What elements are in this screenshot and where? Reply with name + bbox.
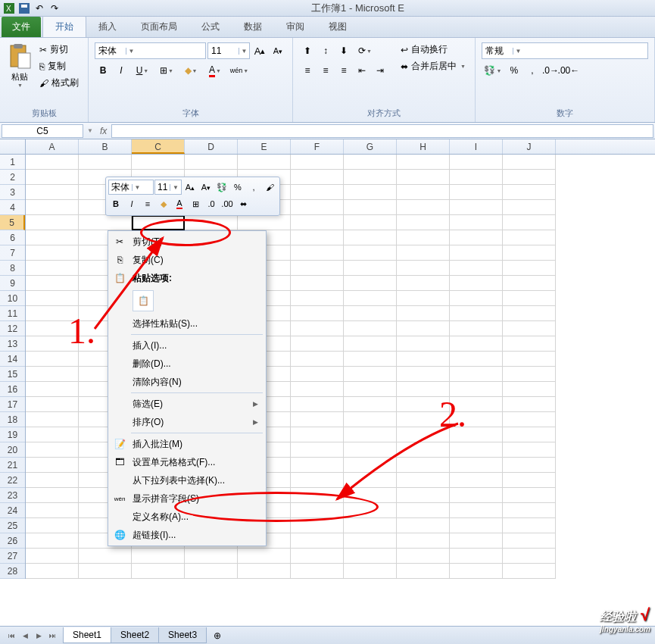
mini-comma-icon[interactable]: , <box>246 180 261 195</box>
cell-F9[interactable] <box>291 276 344 291</box>
cell-A15[interactable] <box>26 367 79 382</box>
cell-H3[interactable] <box>397 185 450 200</box>
cell-G20[interactable] <box>344 442 397 458</box>
next-sheet-icon[interactable]: ▶ <box>32 629 45 642</box>
menu-filter[interactable]: 筛选(E)▶ <box>110 395 264 413</box>
align-left-icon[interactable]: ≡ <box>299 62 316 79</box>
mini-font-combo[interactable]: 宋体▼ <box>108 180 154 195</box>
align-center-icon[interactable]: ≡ <box>317 62 334 79</box>
col-header-G[interactable]: G <box>344 139 397 154</box>
cell-A2[interactable] <box>26 170 79 185</box>
cut-button[interactable]: ✂剪切 <box>38 42 80 57</box>
cell-C1[interactable] <box>132 155 185 170</box>
cell-I15[interactable] <box>450 367 503 382</box>
cell-J3[interactable] <box>503 185 556 200</box>
cell-H27[interactable] <box>397 549 450 564</box>
row-header-11[interactable]: 11 <box>0 306 25 321</box>
cell-H8[interactable] <box>397 261 450 276</box>
cell-A8[interactable] <box>26 261 79 276</box>
select-all-corner[interactable] <box>0 139 26 154</box>
increase-font-icon[interactable]: A▴ <box>251 42 268 59</box>
mini-inc-decimal[interactable]: .0 <box>204 196 219 211</box>
col-header-I[interactable]: I <box>450 139 503 154</box>
cell-J8[interactable] <box>503 261 556 276</box>
cell-J16[interactable] <box>503 382 556 397</box>
cell-J10[interactable] <box>503 291 556 306</box>
row-header-7[interactable]: 7 <box>0 245 25 261</box>
mini-fill-color[interactable]: ◆ <box>156 196 171 211</box>
tab-review[interactable]: 审阅 <box>274 17 317 37</box>
cell-J12[interactable] <box>503 321 556 336</box>
merge-center-button[interactable]: ⬌合并后居中▼ <box>399 59 467 73</box>
cell-H14[interactable] <box>397 352 450 367</box>
cell-J1[interactable] <box>503 155 556 170</box>
menu-clear[interactable]: 清除内容(N) <box>110 373 264 391</box>
save-icon[interactable] <box>18 2 30 14</box>
row-header-26[interactable]: 26 <box>0 533 25 549</box>
cell-F4[interactable] <box>291 200 344 215</box>
font-size-combo[interactable]: 11▼ <box>207 42 250 59</box>
cell-J26[interactable] <box>503 533 556 549</box>
cell-I16[interactable] <box>450 382 503 397</box>
cell-I8[interactable] <box>450 261 503 276</box>
cell-J5[interactable] <box>503 215 556 230</box>
cell-I26[interactable] <box>450 533 503 549</box>
increase-indent-icon[interactable]: ⇥ <box>372 62 388 79</box>
row-header-1[interactable]: 1 <box>0 155 25 170</box>
col-header-B[interactable]: B <box>79 139 132 154</box>
cell-A9[interactable] <box>26 276 79 291</box>
menu-format-cells[interactable]: 🗔设置单元格格式(F)... <box>110 453 264 471</box>
cell-C27[interactable] <box>132 549 185 564</box>
underline-button[interactable]: U▼ <box>131 62 154 79</box>
cell-J19[interactable] <box>503 427 556 442</box>
cell-F5[interactable] <box>291 215 344 230</box>
menu-sort[interactable]: 排序(O)▶ <box>110 413 264 431</box>
align-middle-icon[interactable]: ↕ <box>317 42 334 59</box>
row-header-14[interactable]: 14 <box>0 352 25 367</box>
mini-italic[interactable]: I <box>124 196 139 211</box>
mini-accounting-icon[interactable]: 💱 <box>214 180 229 195</box>
cell-I17[interactable] <box>450 397 503 412</box>
cell-A23[interactable] <box>26 488 79 503</box>
cell-G27[interactable] <box>344 549 397 564</box>
prev-sheet-icon[interactable]: ◀ <box>18 629 32 642</box>
menu-insert-comment[interactable]: 📝插入批注(M) <box>110 435 264 453</box>
cell-F15[interactable] <box>291 367 344 382</box>
cell-J20[interactable] <box>503 442 556 458</box>
cell-H20[interactable] <box>397 442 450 458</box>
cell-I24[interactable] <box>450 503 503 518</box>
cell-J13[interactable] <box>503 336 556 352</box>
cell-B28[interactable] <box>79 564 132 579</box>
new-sheet-icon[interactable]: ⊕ <box>207 630 228 641</box>
cell-G9[interactable] <box>344 276 397 291</box>
cell-A21[interactable] <box>26 458 79 473</box>
cell-A7[interactable] <box>26 245 79 261</box>
cell-J24[interactable] <box>503 503 556 518</box>
cell-G7[interactable] <box>344 245 397 261</box>
cell-I21[interactable] <box>450 458 503 473</box>
cell-E5[interactable] <box>238 215 291 230</box>
mini-border[interactable]: ⊞ <box>188 196 203 211</box>
col-header-F[interactable]: F <box>291 139 344 154</box>
cell-A5[interactable] <box>26 215 79 230</box>
cell-G25[interactable] <box>344 518 397 533</box>
cell-F10[interactable] <box>291 291 344 306</box>
orientation-icon[interactable]: ⟳▼ <box>354 42 376 59</box>
cell-H10[interactable] <box>397 291 450 306</box>
menu-define-name[interactable]: 定义名称(A)... <box>110 508 264 526</box>
align-top-icon[interactable]: ⬆ <box>299 42 316 59</box>
tab-data[interactable]: 数据 <box>232 17 274 37</box>
mini-size-combo[interactable]: 11▼ <box>154 180 182 195</box>
cell-A22[interactable] <box>26 473 79 488</box>
mini-font-color[interactable]: A <box>172 196 187 211</box>
cell-A17[interactable] <box>26 397 79 412</box>
cell-H28[interactable] <box>397 564 450 579</box>
cell-G1[interactable] <box>344 155 397 170</box>
mini-increase-font[interactable]: A▴ <box>182 180 198 195</box>
cell-H21[interactable] <box>397 458 450 473</box>
font-color-button[interactable]: A▼ <box>204 62 226 79</box>
cell-I28[interactable] <box>450 564 503 579</box>
cell-G23[interactable] <box>344 488 397 503</box>
cell-H16[interactable] <box>397 382 450 397</box>
sheet-tab-sheet3[interactable]: Sheet3 <box>158 627 207 643</box>
